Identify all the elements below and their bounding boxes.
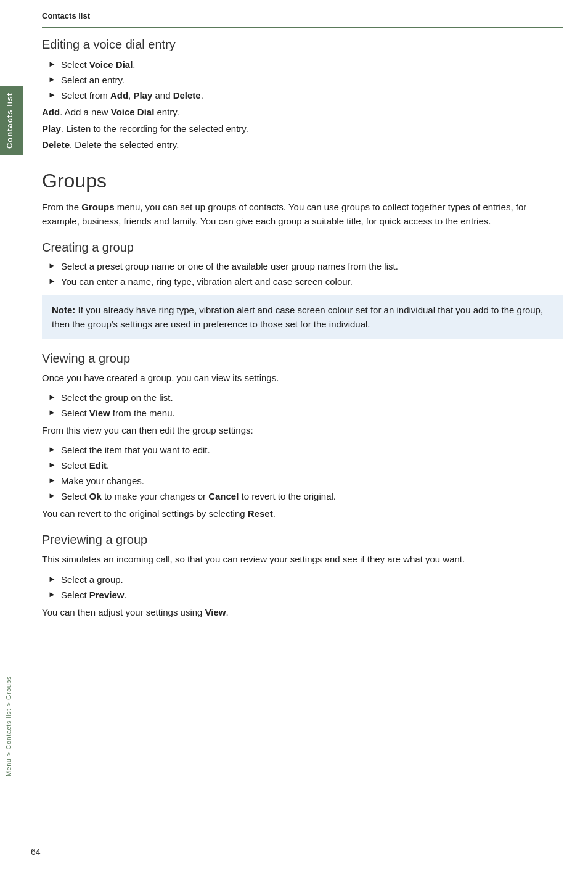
- voice-dial-heading: Editing a voice dial entry: [42, 38, 563, 52]
- step-text: Select Preview.: [61, 588, 127, 601]
- viewing-steps1: ► Select the group on the list. ► Select…: [42, 391, 563, 419]
- groups-heading: Groups: [42, 170, 563, 192]
- list-item: ► Select a preset group name or one of t…: [42, 260, 563, 273]
- bullet-arrow-icon: ►: [48, 476, 56, 485]
- main-content: Contacts list Editing a voice dial entry…: [23, 0, 588, 869]
- groups-intro: From the Groups menu, you can set up gro…: [42, 200, 563, 229]
- list-item: ► Select the item that you want to edit.: [42, 443, 563, 456]
- bullet-arrow-icon: ►: [48, 75, 56, 84]
- step-text: You can enter a name, ring type, vibrati…: [61, 275, 353, 288]
- bullet-arrow-icon: ►: [48, 574, 56, 583]
- previewing-group-heading: Previewing a group: [42, 533, 563, 547]
- list-item: ► Select Preview.: [42, 588, 563, 601]
- viewing-footer: You can revert to the original settings …: [42, 506, 563, 521]
- list-item: ► Select from Add, Play and Delete.: [42, 89, 563, 102]
- sidebar: Contacts list Menu > Contacts list > Gro…: [0, 0, 23, 869]
- step-text: Make your changes.: [61, 474, 144, 487]
- step-text: Select View from the menu.: [61, 406, 175, 419]
- bullet-arrow-icon: ►: [48, 408, 56, 417]
- viewing-group-heading: Viewing a group: [42, 352, 563, 366]
- page-number: 64: [31, 847, 41, 857]
- sidebar-bottom-label: Menu > Contacts list > Groups: [0, 670, 23, 783]
- list-item: ► Select Ok to make your changes or Canc…: [42, 490, 563, 503]
- viewing-middle: From this view you can then edit the gro…: [42, 423, 563, 437]
- viewing-intro: Once you have created a group, you can v…: [42, 371, 563, 385]
- step-text: Select a group.: [61, 573, 123, 586]
- voice-dial-steps: ► Select Voice Dial. ► Select an entry. …: [42, 58, 563, 102]
- step-text: Select Voice Dial.: [61, 58, 136, 71]
- previewing-intro: This simulates an incoming call, so that…: [42, 552, 563, 566]
- bullet-arrow-icon: ►: [48, 261, 56, 270]
- bullet-arrow-icon: ►: [48, 445, 56, 454]
- note-label: Note:: [52, 305, 75, 315]
- bullet-arrow-icon: ►: [48, 590, 56, 599]
- creating-group-heading: Creating a group: [42, 241, 563, 255]
- list-item: ► Select Voice Dial.: [42, 58, 563, 71]
- bullet-arrow-icon: ►: [48, 460, 56, 469]
- step-text: Select the group on the list.: [61, 391, 173, 404]
- step-text: Select Ok to make your changes or Cancel…: [61, 490, 336, 503]
- list-item: ► Select the group on the list.: [42, 391, 563, 404]
- previewing-footer: You can then adjust your settings using …: [42, 605, 563, 619]
- note-text: If you already have ring type, vibration…: [52, 305, 543, 329]
- def-delete: Delete. Delete the selected entry.: [42, 138, 563, 152]
- page-wrapper: Contacts list Menu > Contacts list > Gro…: [0, 0, 588, 869]
- step-text: Select from Add, Play and Delete.: [61, 89, 203, 102]
- top-divider: [42, 27, 563, 28]
- step-text: Select the item that you want to edit.: [61, 443, 210, 456]
- list-item: ► Select View from the menu.: [42, 406, 563, 419]
- list-item: ► Make your changes.: [42, 474, 563, 487]
- previewing-steps: ► Select a group. ► Select Preview.: [42, 573, 563, 601]
- step-text: Select an entry.: [61, 73, 125, 86]
- def-play: Play. Listen to the recording for the se…: [42, 122, 563, 136]
- note-box: Note: If you already have ring type, vib…: [42, 295, 563, 339]
- def-add: Add. Add a new Voice Dial entry.: [42, 105, 563, 120]
- viewing-steps2: ► Select the item that you want to edit.…: [42, 443, 563, 503]
- bullet-arrow-icon: ►: [48, 90, 56, 99]
- bullet-arrow-icon: ►: [48, 491, 56, 500]
- contacts-list-header: Contacts list: [42, 11, 563, 20]
- step-text: Select Edit.: [61, 459, 109, 472]
- step-text: Select a preset group name or one of the…: [61, 260, 398, 273]
- list-item: ► Select Edit.: [42, 459, 563, 472]
- bullet-arrow-icon: ►: [48, 276, 56, 286]
- bullet-arrow-icon: ►: [48, 392, 56, 402]
- list-item: ► Select a group.: [42, 573, 563, 586]
- sidebar-top-label: Contacts list: [0, 86, 23, 155]
- list-item: ► Select an entry.: [42, 73, 563, 86]
- list-item: ► You can enter a name, ring type, vibra…: [42, 275, 563, 288]
- bullet-arrow-icon: ►: [48, 59, 56, 68]
- creating-steps: ► Select a preset group name or one of t…: [42, 260, 563, 288]
